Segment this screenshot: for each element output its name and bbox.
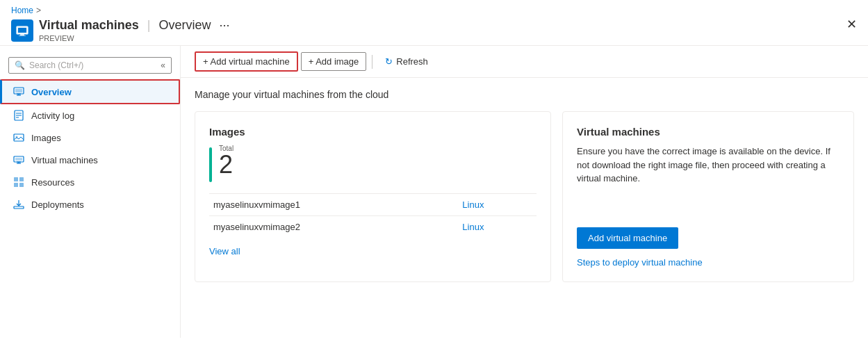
sidebar-item-deployments-label: Deployments [31, 199, 84, 210]
images-table: myaselinuxvmimage1 Linux myaselinuxvmima… [209, 193, 537, 238]
preview-label: PREVIEW [39, 34, 229, 42]
more-options-icon[interactable]: ··· [219, 18, 229, 33]
svg-rect-23 [14, 183, 18, 187]
vm-card-title: Virtual machines [577, 126, 840, 138]
top-bar: Home > Virtual machines | Overview ··· [0, 0, 868, 46]
search-icon: 🔍 [15, 60, 25, 70]
svg-rect-14 [14, 134, 24, 141]
image-name-1: myaselinuxvmimage1 [209, 194, 458, 216]
svg-rect-4 [19, 35, 26, 36]
table-row: myaselinuxvmimage1 Linux [209, 194, 537, 216]
deployments-icon [13, 199, 24, 210]
svg-rect-6 [15, 89, 22, 92]
add-vm-card-button[interactable]: Add virtual machine [577, 227, 678, 249]
sidebar-item-images-label: Images [31, 133, 61, 143]
section-title: Manage your virtual machines from the cl… [195, 89, 854, 100]
close-button[interactable]: ✕ [846, 17, 857, 32]
search-box[interactable]: 🔍 Search (Ctrl+/) « [8, 57, 172, 74]
main-layout: 🔍 Search (Ctrl+/) « Overview [0, 46, 868, 338]
sidebar-item-resources-label: Resources [31, 177, 74, 188]
sidebar-item-virtual-machines-label: Virtual machines [31, 155, 98, 165]
count-group: Total 2 [219, 145, 234, 177]
sidebar: 🔍 Search (Ctrl+/) « Overview [0, 46, 181, 338]
breadcrumb: Home > [11, 6, 229, 15]
cards-row: Images Total 2 myaselinuxvmimage1 Linux [195, 111, 854, 282]
vm-card: Virtual machines Ensure you have the cor… [562, 111, 854, 282]
sidebar-item-activity-log-label: Activity log [31, 111, 74, 121]
steps-link[interactable]: Steps to deploy virtual machine [577, 257, 703, 268]
image-name-2: myaselinuxvmimage2 [209, 216, 458, 238]
page-subtitle: Overview [158, 18, 211, 33]
svg-rect-2 [18, 28, 26, 33]
sidebar-item-images[interactable]: Images [0, 126, 180, 149]
sidebar-item-resources[interactable]: Resources [0, 171, 180, 193]
breadcrumb-home[interactable]: Home [11, 6, 33, 15]
svg-rect-21 [14, 177, 18, 181]
refresh-label: Refresh [396, 56, 428, 67]
overview-icon [13, 86, 24, 97]
teal-bar [209, 147, 212, 182]
svg-rect-24 [19, 183, 24, 187]
sidebar-item-overview[interactable]: Overview [0, 79, 180, 104]
refresh-icon: ↻ [385, 56, 393, 67]
sidebar-item-virtual-machines[interactable]: Virtual machines [0, 149, 180, 171]
vm-description: Ensure you have the correct image is ava… [577, 145, 840, 186]
toolbar-divider [372, 55, 372, 69]
activity-log-icon [13, 110, 24, 121]
table-row: myaselinuxvmimage2 Linux [209, 216, 537, 238]
breadcrumb-separator: > [36, 6, 41, 15]
title-divider: | [147, 18, 151, 33]
virtual-machines-icon [13, 154, 24, 165]
title-group: Virtual machines | Overview ··· PREVIEW [39, 18, 229, 42]
title-row: Virtual machines | Overview ··· PREVIEW [11, 18, 229, 42]
image-type-1[interactable]: Linux [458, 194, 537, 216]
sidebar-item-overview-label: Overview [31, 87, 72, 97]
add-virtual-machine-button[interactable]: + Add virtual machine [195, 51, 298, 72]
add-image-button[interactable]: + Add image [301, 52, 367, 71]
sidebar-item-activity-log[interactable]: Activity log [0, 104, 180, 126]
images-count-number: 2 [219, 152, 234, 177]
svg-rect-25 [14, 206, 24, 209]
images-card-title: Images [209, 126, 537, 138]
images-icon [13, 132, 24, 143]
search-placeholder: Search (Ctrl+/) [29, 60, 83, 70]
vm-icon [11, 19, 33, 42]
content-body: Manage your virtual machines from the cl… [181, 78, 868, 293]
refresh-button[interactable]: ↻ Refresh [378, 53, 435, 70]
image-type-2[interactable]: Linux [458, 216, 537, 238]
page-title: Virtual machines [39, 18, 139, 33]
sidebar-item-deployments[interactable]: Deployments [0, 193, 180, 215]
images-count: Total 2 [209, 145, 537, 182]
svg-rect-3 [20, 34, 24, 35]
svg-rect-17 [15, 158, 22, 161]
view-all-link[interactable]: View all [209, 246, 240, 256]
images-card: Images Total 2 myaselinuxvmimage1 Linux [195, 111, 551, 282]
main-content: + Add virtual machine + Add image ↻ Refr… [181, 46, 868, 338]
collapse-icon[interactable]: « [161, 60, 165, 70]
resources-icon [13, 177, 24, 188]
toolbar: + Add virtual machine + Add image ↻ Refr… [181, 46, 868, 78]
svg-rect-22 [19, 177, 24, 181]
